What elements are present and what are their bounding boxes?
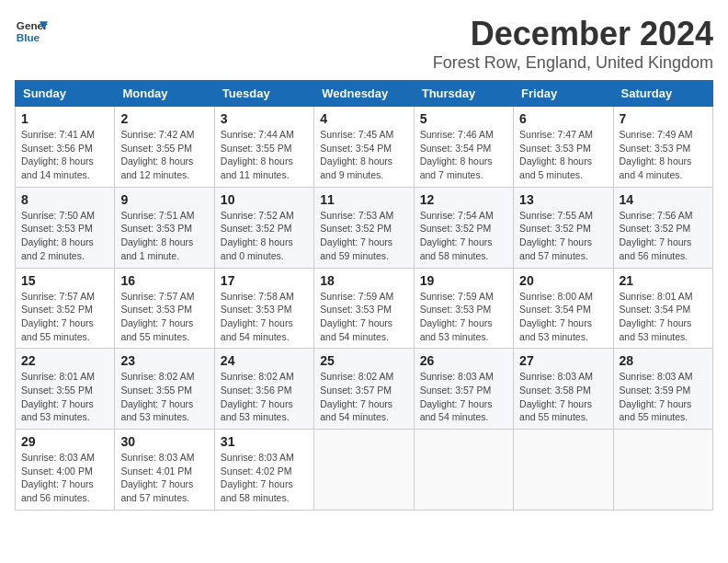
day-detail: Sunrise: 8:00 AMSunset: 3:54 PMDaylight:… <box>519 290 607 344</box>
day-detail: Sunrise: 7:54 AMSunset: 3:52 PMDaylight:… <box>420 209 507 263</box>
sunrise-text: Sunrise: 8:03 AM <box>221 452 294 463</box>
day-detail: Sunrise: 7:44 AMSunset: 3:55 PMDaylight:… <box>221 128 308 182</box>
day-detail: Sunrise: 7:57 AMSunset: 3:52 PMDaylight:… <box>21 290 108 344</box>
logo: General Blue <box>15 15 48 48</box>
sunset-text: Sunset: 3:55 PM <box>120 385 192 396</box>
sunset-text: Sunset: 3:55 PM <box>21 385 93 396</box>
day-detail: Sunrise: 8:02 AMSunset: 3:56 PMDaylight:… <box>221 370 308 424</box>
calendar-day-cell: 11Sunrise: 7:53 AMSunset: 3:52 PMDayligh… <box>314 187 414 268</box>
sunrise-text: Sunrise: 7:56 AM <box>620 210 693 221</box>
calendar-day-cell: 8Sunrise: 7:50 AMSunset: 3:53 PMDaylight… <box>16 187 115 268</box>
sunset-text: Sunset: 3:54 PM <box>420 143 492 154</box>
day-detail: Sunrise: 7:46 AMSunset: 3:54 PMDaylight:… <box>420 128 507 182</box>
sunset-text: Sunset: 3:55 PM <box>120 143 192 154</box>
calendar-day-cell: 10Sunrise: 7:52 AMSunset: 3:52 PMDayligh… <box>214 187 313 268</box>
day-number: 11 <box>320 192 407 207</box>
sunrise-text: Sunrise: 7:57 AM <box>21 291 95 302</box>
weekday-header-cell: Monday <box>115 81 214 107</box>
sunset-text: Sunset: 3:53 PM <box>420 304 492 315</box>
calendar-table: SundayMondayTuesdayWednesdayThursdayFrid… <box>15 80 713 511</box>
logo-icon: General Blue <box>15 15 48 48</box>
day-detail: Sunrise: 8:03 AMSunset: 4:01 PMDaylight:… <box>120 451 208 505</box>
day-detail: Sunrise: 7:55 AMSunset: 3:52 PMDaylight:… <box>519 209 607 263</box>
day-detail: Sunrise: 7:59 AMSunset: 3:53 PMDaylight:… <box>420 290 507 344</box>
daylight-text: Daylight: 7 hours and 56 minutes. <box>620 236 692 261</box>
sunrise-text: Sunrise: 8:01 AM <box>620 291 693 302</box>
day-detail: Sunrise: 7:45 AMSunset: 3:54 PMDaylight:… <box>320 128 407 182</box>
sunset-text: Sunset: 3:54 PM <box>519 304 591 315</box>
calendar-body: 1Sunrise: 7:41 AMSunset: 3:56 PMDaylight… <box>16 107 713 511</box>
sunset-text: Sunset: 4:02 PM <box>221 465 292 477</box>
day-number: 30 <box>120 434 208 449</box>
day-detail: Sunrise: 7:59 AMSunset: 3:53 PMDaylight:… <box>320 290 407 344</box>
day-number: 14 <box>620 192 707 207</box>
day-detail: Sunrise: 8:03 AMSunset: 3:58 PMDaylight:… <box>519 370 607 424</box>
day-number: 22 <box>21 353 108 368</box>
day-detail: Sunrise: 8:02 AMSunset: 3:55 PMDaylight:… <box>120 370 208 424</box>
sunset-text: Sunset: 3:53 PM <box>120 304 192 315</box>
location-subtitle: Forest Row, England, United Kingdom <box>433 53 713 73</box>
sunrise-text: Sunrise: 8:00 AM <box>519 291 593 302</box>
day-number: 4 <box>320 111 407 126</box>
calendar-day-cell: 25Sunrise: 8:02 AMSunset: 3:57 PMDayligh… <box>314 349 414 430</box>
sunset-text: Sunset: 3:59 PM <box>620 385 691 396</box>
day-detail: Sunrise: 7:56 AMSunset: 3:52 PMDaylight:… <box>620 209 707 263</box>
day-number: 17 <box>221 273 308 288</box>
sunset-text: Sunset: 3:56 PM <box>221 385 292 396</box>
day-detail: Sunrise: 7:47 AMSunset: 3:53 PMDaylight:… <box>519 128 607 182</box>
sunset-text: Sunset: 3:54 PM <box>620 304 691 315</box>
calendar-day-cell: 26Sunrise: 8:03 AMSunset: 3:57 PMDayligh… <box>414 349 513 430</box>
title-area: December 2024 Forest Row, England, Unite… <box>433 15 713 73</box>
weekday-header-cell: Tuesday <box>214 81 313 107</box>
day-number: 21 <box>620 273 707 288</box>
sunset-text: Sunset: 3:53 PM <box>120 223 192 234</box>
sunset-text: Sunset: 3:52 PM <box>221 223 292 234</box>
day-number: 1 <box>21 111 108 126</box>
sunrise-text: Sunrise: 7:45 AM <box>320 129 393 140</box>
sunrise-text: Sunrise: 7:41 AM <box>21 129 95 140</box>
day-detail: Sunrise: 7:52 AMSunset: 3:52 PMDaylight:… <box>221 209 308 263</box>
sunrise-text: Sunrise: 8:03 AM <box>420 371 494 382</box>
calendar-day-cell: 14Sunrise: 7:56 AMSunset: 3:52 PMDayligh… <box>613 187 712 268</box>
sunset-text: Sunset: 4:00 PM <box>21 465 93 477</box>
page-header: General Blue December 2024 Forest Row, E… <box>15 15 713 73</box>
day-detail: Sunrise: 8:01 AMSunset: 3:55 PMDaylight:… <box>21 370 108 424</box>
sunset-text: Sunset: 3:55 PM <box>221 143 292 154</box>
sunrise-text: Sunrise: 7:55 AM <box>519 210 593 221</box>
daylight-text: Daylight: 7 hours and 53 minutes. <box>620 317 692 342</box>
calendar-week-row: 15Sunrise: 7:57 AMSunset: 3:52 PMDayligh… <box>16 268 713 349</box>
sunset-text: Sunset: 3:54 PM <box>320 143 392 154</box>
daylight-text: Daylight: 7 hours and 54 minutes. <box>320 317 392 342</box>
sunrise-text: Sunrise: 7:58 AM <box>221 291 294 302</box>
calendar-day-cell <box>414 430 513 511</box>
calendar-week-row: 1Sunrise: 7:41 AMSunset: 3:56 PMDaylight… <box>16 107 713 188</box>
day-number: 15 <box>21 273 108 288</box>
day-number: 2 <box>120 111 208 126</box>
day-number: 16 <box>120 273 208 288</box>
sunset-text: Sunset: 3:56 PM <box>21 143 93 154</box>
calendar-day-cell: 30Sunrise: 8:03 AMSunset: 4:01 PMDayligh… <box>115 430 214 511</box>
daylight-text: Daylight: 8 hours and 5 minutes. <box>519 155 592 180</box>
day-number: 7 <box>620 111 707 126</box>
sunset-text: Sunset: 3:53 PM <box>620 143 691 154</box>
sunrise-text: Sunrise: 7:46 AM <box>420 129 494 140</box>
day-number: 6 <box>519 111 607 126</box>
daylight-text: Daylight: 8 hours and 14 minutes. <box>21 155 94 180</box>
day-number: 29 <box>21 434 108 449</box>
sunrise-text: Sunrise: 7:54 AM <box>420 210 494 221</box>
calendar-day-cell: 4Sunrise: 7:45 AMSunset: 3:54 PMDaylight… <box>314 107 414 188</box>
day-detail: Sunrise: 7:57 AMSunset: 3:53 PMDaylight:… <box>120 290 208 344</box>
sunset-text: Sunset: 3:53 PM <box>21 223 93 234</box>
calendar-day-cell: 19Sunrise: 7:59 AMSunset: 3:53 PMDayligh… <box>414 268 513 349</box>
sunrise-text: Sunrise: 8:03 AM <box>21 452 95 463</box>
daylight-text: Daylight: 8 hours and 4 minutes. <box>620 155 692 180</box>
calendar-day-cell: 13Sunrise: 7:55 AMSunset: 3:52 PMDayligh… <box>514 187 613 268</box>
daylight-text: Daylight: 7 hours and 55 minutes. <box>519 398 592 423</box>
day-number: 19 <box>420 273 507 288</box>
sunrise-text: Sunrise: 8:03 AM <box>620 371 693 382</box>
daylight-text: Daylight: 7 hours and 54 minutes. <box>420 398 493 423</box>
day-detail: Sunrise: 8:03 AMSunset: 3:57 PMDaylight:… <box>420 370 507 424</box>
daylight-text: Daylight: 7 hours and 57 minutes. <box>519 236 592 261</box>
day-detail: Sunrise: 7:58 AMSunset: 3:53 PMDaylight:… <box>221 290 308 344</box>
calendar-day-cell: 31Sunrise: 8:03 AMSunset: 4:02 PMDayligh… <box>214 430 313 511</box>
